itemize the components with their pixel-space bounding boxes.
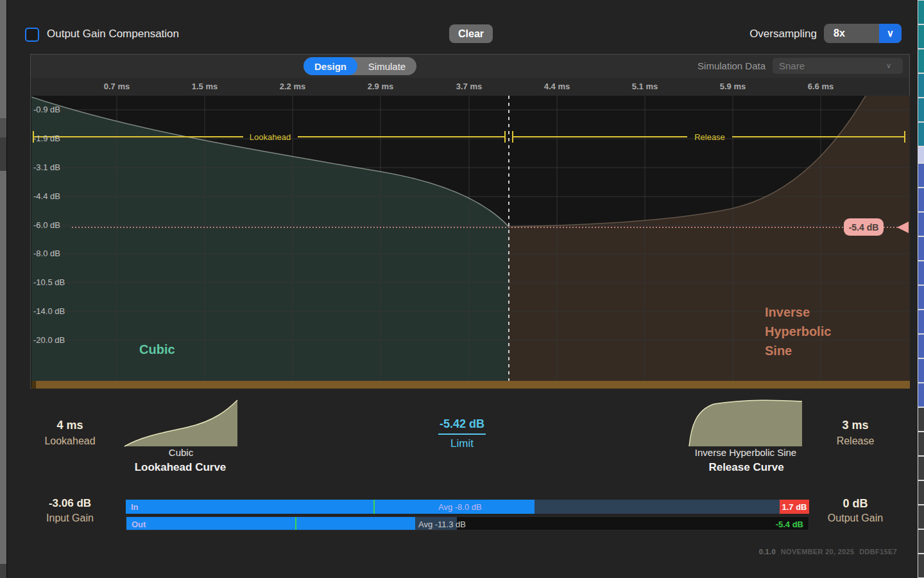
lookahead-curve-title: Lookahead Curve [116, 461, 244, 474]
oversampling-label: Oversampling [678, 28, 817, 40]
lookahead-region-label: Cubic [139, 342, 175, 357]
time-tick: 6.6 ms [801, 82, 840, 91]
limit-arrow-icon[interactable] [897, 222, 909, 233]
out-meter-label: Out [132, 520, 146, 529]
limit-label: Limit [414, 437, 510, 450]
mode-tabs: Design Simulate [304, 57, 416, 75]
db-tick: -14.0 dB [33, 306, 65, 317]
output-gain-comp-checkbox[interactable] [25, 28, 39, 42]
db-tick: -6.0 dB [33, 220, 60, 231]
time-tick: 4.4 ms [538, 82, 576, 91]
release-label: Release [817, 435, 894, 447]
lookahead-value[interactable]: 4 ms [31, 419, 108, 432]
release-curve-thumbnail[interactable] [689, 399, 803, 447]
plugin-window: Output Gain Compensation Clear Oversampl… [6, 0, 918, 578]
lookahead-marker-label: Lookahead [250, 132, 291, 142]
in-meter-avg: Avg -8.0 dB [438, 502, 482, 512]
out-meter: Out Avg -11.3 dB -5.4 dB [126, 516, 809, 530]
time-tick: 5.9 ms [714, 82, 752, 91]
time-tick: 2.9 ms [361, 82, 400, 91]
chevron-down-icon[interactable]: ∨ [879, 24, 902, 43]
oversampling-dropdown[interactable]: 8x ∨ [824, 24, 902, 43]
in-meter: In Avg -8.0 dB 1.7 dB [126, 500, 809, 514]
simulation-data-value: Snare [773, 60, 886, 71]
time-tick: 1.5 ms [185, 82, 224, 91]
time-axis: 0.7 ms 1.5 ms 2.2 ms 2.9 ms 3.7 ms 4.4 m… [31, 78, 909, 96]
simulation-data-dropdown[interactable]: Snare ∨ [773, 58, 903, 74]
simulation-data-label: Simulation Data [672, 60, 766, 71]
background-window-edge [0, 137, 6, 171]
graph-tab-row: Design Simulate Simulation Data Snare ∨ [31, 55, 909, 78]
lookahead-label: Lookahead [31, 435, 108, 447]
curve-designer-plot[interactable]: Lookahead Release -0.9 dB -1.9 dB -3.1 d… [31, 96, 910, 381]
input-gain-label: Input Gain [31, 512, 108, 524]
release-region-label: Inverse Hyperbolic Sine [765, 302, 831, 360]
output-gain-comp-label: Output Gain Compensation [47, 28, 179, 40]
version-number: 0.1.0 [759, 548, 776, 556]
scrollbar-cap [31, 381, 36, 389]
build-hash: DDBF15E7 [859, 548, 897, 556]
out-meter-avg: Avg -11.3 dB [418, 520, 466, 529]
out-meter-avg-line [295, 517, 296, 530]
db-tick: -3.1 dB [33, 162, 60, 173]
out-meter-peak: -5.4 dB [776, 520, 803, 529]
tab-design[interactable]: Design [304, 57, 357, 75]
chevron-down-icon: ∨ [886, 62, 903, 70]
input-gain-value[interactable]: -3.06 dB [31, 497, 108, 510]
graph-panel: Design Simulate Simulation Data Snare ∨ … [30, 54, 910, 389]
time-tick: 3.7 ms [450, 82, 488, 91]
background-window-edge [0, 564, 6, 578]
in-meter-peak-badge: 1.7 dB [780, 500, 809, 514]
version-info: 0.1.0NOVEMBER 20, 2025DDBF15E7 [759, 548, 897, 556]
release-marker-label: Release [694, 132, 725, 142]
limit-value[interactable]: -5.42 dB [414, 417, 510, 435]
background-clips [917, 0, 924, 578]
db-tick: -20.0 dB [33, 335, 65, 346]
screenshot-stage: Output Gain Compensation Clear Oversampl… [0, 0, 924, 578]
time-tick: 0.7 ms [98, 82, 136, 91]
output-gain-value[interactable]: 0 dB [817, 497, 894, 511]
output-gain-label: Output Gain [817, 512, 894, 524]
limit-value-badge[interactable]: -5.4 dB [844, 218, 884, 236]
db-tick: -8.0 dB [33, 249, 60, 259]
tab-simulate[interactable]: Simulate [357, 57, 416, 75]
clear-button[interactable]: Clear [449, 24, 493, 43]
time-tick: 5.1 ms [626, 82, 664, 91]
release-curve-name: Inverse Hyperbolic Sine [676, 447, 816, 458]
time-tick: 2.2 ms [273, 82, 312, 91]
db-tick: -0.9 dB [33, 105, 60, 115]
lookahead-curve-name: Cubic [124, 447, 238, 458]
background-desktop-left [0, 0, 6, 578]
db-tick: -1.9 dB [33, 134, 60, 144]
build-date: NOVEMBER 20, 2025 [781, 548, 855, 556]
oversampling-value: 8x [824, 24, 879, 43]
in-meter-label: In [131, 502, 139, 512]
out-meter-fill [126, 517, 415, 530]
in-meter-avg-line [373, 500, 375, 514]
db-tick: -4.4 dB [33, 191, 60, 202]
lookahead-curve-thumbnail[interactable] [124, 399, 238, 447]
release-curve-title: Release Curve [682, 461, 810, 474]
release-value[interactable]: 3 ms [817, 419, 894, 432]
db-tick: -10.5 dB [33, 277, 65, 288]
background-window-edge [0, 118, 6, 137]
graph-scrollbar[interactable] [31, 381, 910, 389]
